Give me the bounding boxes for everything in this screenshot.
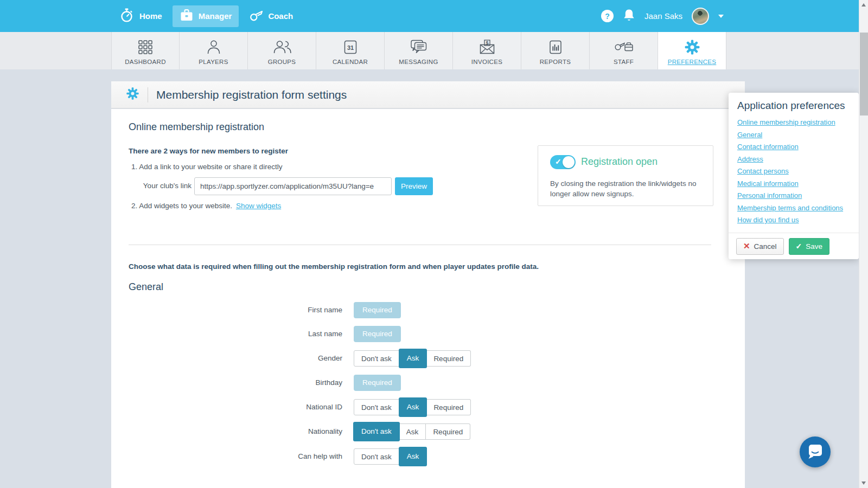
registration-toggle[interactable]: ✓ — [550, 155, 576, 169]
topbar-right: ? Jaan Saks — [601, 8, 724, 25]
national-id-segmented-control: Don't ask Ask Required — [354, 399, 471, 417]
nav-tab-messaging[interactable]: MESSAGING — [385, 32, 453, 69]
check-icon: ✓ — [796, 242, 802, 251]
field-label: National ID — [129, 399, 354, 417]
field-label: Nationality — [129, 423, 354, 441]
notifications-button[interactable] — [623, 8, 635, 24]
field-label: First name — [129, 302, 354, 318]
toggle-check-icon: ✓ — [555, 157, 561, 166]
pref-link-contact-persons[interactable]: Contact persons — [737, 165, 850, 178]
preferences-panel-title: Application preferences — [729, 93, 859, 115]
national-id-required-button[interactable]: Required — [426, 399, 471, 415]
svg-text:31: 31 — [347, 44, 353, 51]
messaging-icon — [410, 38, 428, 56]
invoice-icon: $ — [478, 38, 496, 56]
pref-link-online-membership-registration[interactable]: Online membership registration — [737, 117, 850, 129]
way1-text: 1. Add a link to your website or share i… — [131, 163, 282, 171]
nationality-ask-button[interactable]: Ask — [399, 423, 426, 440]
field-row-national-id: National ID Don't ask Ask Required — [129, 399, 471, 417]
nav-tab-staff[interactable]: STAFF — [590, 32, 658, 69]
scrollbar-up-icon[interactable] — [861, 3, 866, 7]
grid-icon — [137, 38, 154, 56]
page-title: Membership registration form settings — [156, 88, 347, 101]
preferences-footer: ✕ Cancel ✓ Save — [729, 233, 859, 259]
chevron-down-icon[interactable] — [718, 15, 724, 18]
groups-icon — [272, 38, 292, 56]
module-navbar: DASHBOARD PLAYERS — [0, 32, 868, 69]
pref-link-personal-information[interactable]: Personal information — [737, 190, 850, 202]
field-label: Last name — [129, 326, 354, 342]
save-button[interactable]: ✓ Save — [789, 238, 830, 255]
nav-tab-dashboard[interactable]: DASHBOARD — [111, 32, 180, 69]
header-divider — [148, 87, 148, 102]
topbar: Home Manager Coach ? — [0, 0, 868, 32]
home-tab-label: Home — [139, 11, 162, 21]
manager-tab[interactable]: Manager — [173, 5, 239, 27]
cancel-button[interactable]: ✕ Cancel — [736, 238, 784, 255]
page-header: Membership registration form settings — [111, 81, 745, 108]
nav-tab-preferences[interactable]: PREFERENCES — [658, 32, 726, 69]
nav-tab-groups[interactable]: GROUPS — [248, 32, 316, 69]
player-icon — [206, 38, 222, 56]
pref-link-address[interactable]: Address — [737, 153, 850, 166]
chat-launcher-button[interactable] — [800, 436, 831, 467]
nav-tab-invoices[interactable]: $ INVOICES — [453, 32, 521, 69]
can-help-with-ask-button[interactable]: Ask — [399, 447, 427, 466]
scrollbar-down-icon[interactable] — [861, 481, 866, 485]
way2-label: 2. Add widgets to your website. — [131, 202, 232, 210]
nav-tab-reports[interactable]: REPORTS — [521, 32, 590, 69]
coach-tab[interactable]: Coach — [242, 0, 300, 32]
birthday-required-button: Required — [354, 375, 401, 391]
gender-required-button[interactable]: Required — [426, 350, 471, 367]
registration-description: By closing the registration the link/wid… — [550, 178, 706, 199]
section-title-online-registration: Online membership registration — [129, 121, 264, 133]
field-row-birthday: Birthday Required — [129, 375, 401, 391]
vertical-scrollbar[interactable] — [859, 0, 868, 488]
briefcase-icon — [180, 9, 194, 23]
nav-tab-players[interactable]: PLAYERS — [180, 32, 248, 69]
last-name-required-button: Required — [354, 326, 401, 342]
toggle-knob — [563, 156, 575, 168]
field-row-last-name: Last name Required — [129, 326, 401, 342]
can-help-with-dont-ask-button[interactable]: Don't ask — [354, 448, 399, 465]
pref-link-general[interactable]: General — [737, 129, 850, 142]
home-tab[interactable]: Home — [112, 0, 169, 32]
cancel-label: Cancel — [754, 242, 777, 251]
whistle-icon — [249, 8, 263, 24]
national-id-ask-button[interactable]: Ask — [399, 397, 427, 417]
show-widgets-link[interactable]: Show widgets — [236, 202, 281, 210]
field-row-gender: Gender Don't ask Ask Required — [129, 350, 471, 368]
pref-link-medical-information[interactable]: Medical information — [737, 178, 850, 190]
nationality-dont-ask-button[interactable]: Don't ask — [353, 422, 400, 441]
settings-gear-icon — [126, 87, 139, 102]
manager-tab-label: Manager — [199, 11, 232, 21]
pref-link-membership-terms[interactable]: Membership terms and conditions — [737, 202, 850, 215]
gender-ask-button[interactable]: Ask — [399, 349, 427, 368]
club-link-input[interactable] — [194, 177, 392, 195]
bell-icon — [623, 8, 635, 22]
can-help-with-segmented-control: Don't ask Ask — [354, 448, 426, 466]
field-row-nationality: Nationality Don't ask Ask Required — [129, 423, 470, 441]
section-title-general: General — [129, 281, 163, 293]
coach-tab-label: Coach — [268, 11, 293, 21]
page-body: Online membership registration There are… — [111, 109, 745, 488]
club-link-label: Your club's link — [111, 182, 192, 190]
choose-heading: Choose what data is required when fillin… — [129, 262, 539, 271]
pref-link-contact-information[interactable]: Contact information — [737, 141, 850, 153]
application-preferences-panel: Application preferences Online membershi… — [729, 93, 859, 259]
scrollbar-thumb[interactable] — [860, 33, 868, 115]
user-name[interactable]: Jaan Saks — [644, 11, 682, 21]
staff-icon — [614, 38, 634, 56]
nationality-required-button[interactable]: Required — [426, 423, 470, 440]
first-name-required-button: Required — [354, 302, 401, 318]
help-button[interactable]: ? — [601, 10, 614, 22]
national-id-dont-ask-button[interactable]: Don't ask — [354, 399, 399, 415]
registration-status-panel: ✓ Registration open By closing the regis… — [538, 145, 713, 206]
pref-link-how-did-you-find-us[interactable]: How did you find us — [737, 214, 850, 227]
gender-dont-ask-button[interactable]: Don't ask — [354, 350, 399, 367]
preview-button[interactable]: Preview — [395, 177, 433, 195]
avatar[interactable] — [692, 8, 709, 25]
ways-heading: There are 2 ways for new members to regi… — [129, 147, 288, 155]
nav-tab-calendar[interactable]: 31 CALENDAR — [316, 32, 385, 69]
nav-tabs: DASHBOARD PLAYERS — [111, 32, 726, 69]
